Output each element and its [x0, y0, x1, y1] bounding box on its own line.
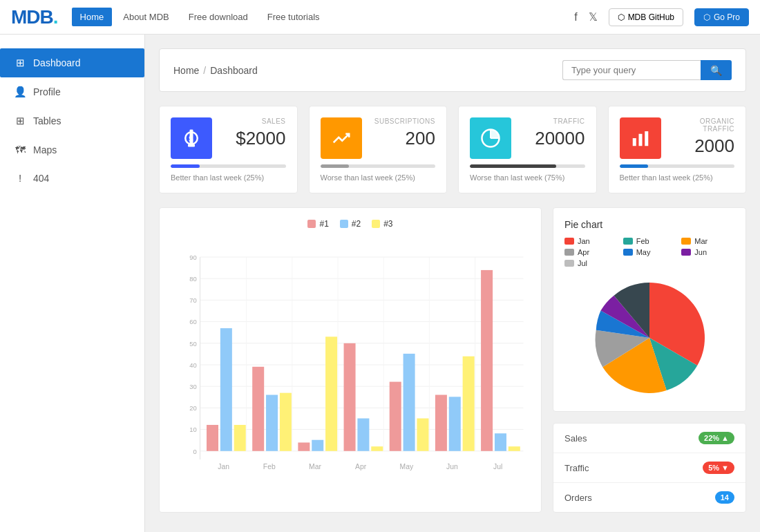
svg-text:Apr: Apr: [355, 463, 367, 471]
svg-rect-52: [417, 419, 428, 451]
nav-tutorials[interactable]: Free tutorials: [259, 8, 328, 26]
pie-dot-jan: [564, 238, 574, 245]
breadcrumb-bar: Home / Dashboard 🔍: [159, 48, 746, 92]
organic-label: ORGANIC TRAFFIC: [669, 117, 735, 133]
svg-text:40: 40: [189, 361, 197, 369]
breadcrumb-home[interactable]: Home: [173, 65, 199, 76]
pie-legend-jan: Jan: [564, 237, 618, 245]
organic-stat-text: ORGANIC TRAFFIC 2000: [669, 117, 735, 157]
organic-bar-container: [620, 164, 735, 168]
nav-about[interactable]: About MDB: [115, 8, 177, 26]
svg-text:Feb: Feb: [263, 463, 276, 471]
gopro-button[interactable]: ⬡ Go Pro: [694, 8, 749, 26]
pie-dot-may: [623, 249, 633, 256]
pie-dot-feb: [623, 238, 633, 245]
pie-chart-svg: [584, 276, 715, 400]
sales-bar: [171, 164, 200, 168]
svg-text:Jun: Jun: [446, 463, 458, 471]
svg-rect-54: [449, 397, 461, 450]
pie-legend: Jan Feb Mar Apr: [564, 237, 734, 267]
twitter-icon[interactable]: 𝕏: [589, 10, 598, 23]
charts-row: #1 #2 #3: [159, 207, 746, 513]
right-column: Pie chart Jan Feb Mar: [553, 207, 746, 513]
pie-legend-may: May: [623, 248, 676, 256]
traffic-value: 20000: [520, 128, 585, 149]
pie-legend-mar: Mar: [681, 237, 734, 245]
table-icon: ⊞: [14, 115, 26, 127]
pie-label-feb: Feb: [636, 237, 649, 245]
svg-rect-49: [371, 446, 383, 451]
stats-label-orders: Orders: [564, 493, 592, 503]
sidebar-item-404[interactable]: ! 404: [0, 164, 144, 192]
sidebar-label-dashboard: Dashboard: [33, 57, 81, 68]
svg-rect-55: [463, 357, 475, 451]
pie-legend-jun: Jun: [681, 248, 734, 256]
svg-rect-43: [280, 393, 292, 451]
svg-text:May: May: [399, 463, 413, 471]
svg-rect-42: [266, 395, 278, 450]
svg-rect-47: [344, 343, 356, 451]
facebook-icon[interactable]: f: [574, 11, 577, 23]
svg-text:$: $: [189, 135, 193, 143]
main-content: Home / Dashboard 🔍 $ SALES $2000: [145, 35, 760, 532]
subscriptions-stat-text: SUBSCRIPTIONS 200: [370, 117, 436, 149]
svg-rect-53: [435, 395, 447, 450]
github-icon: ⬡: [618, 12, 625, 22]
sidebar-item-profile[interactable]: 👤 Profile: [0, 77, 144, 106]
svg-text:70: 70: [189, 296, 197, 304]
dollar-icon: $: [181, 128, 202, 149]
organic-note: Better than last week (25%): [620, 173, 735, 182]
svg-rect-51: [403, 354, 415, 451]
pie-dot-apr: [564, 249, 574, 256]
svg-rect-8: [632, 138, 636, 146]
stats-badge-sales: 22% ▲: [699, 432, 734, 444]
pie-legend-feb: Feb: [623, 237, 676, 245]
person-icon: 👤: [14, 86, 26, 98]
svg-rect-50: [390, 382, 401, 451]
sales-icon-box: $: [171, 117, 212, 159]
brand-logo: MDB.: [11, 6, 58, 28]
subscriptions-bar: [321, 164, 350, 168]
sidebar-item-maps[interactable]: 🗺 Maps: [0, 135, 144, 164]
stats-item-traffic: Traffic 5% ▼: [553, 453, 745, 483]
svg-rect-56: [481, 270, 493, 451]
subscriptions-note: Worse than last week (25%): [321, 173, 436, 182]
map-icon: 🗺: [14, 144, 26, 155]
svg-rect-46: [325, 336, 337, 450]
svg-rect-58: [509, 446, 520, 451]
svg-text:0: 0: [193, 448, 197, 455]
nav-download[interactable]: Free download: [180, 8, 256, 26]
legend-dot-2: [340, 220, 348, 228]
github-button[interactable]: ⬡ MDB GitHub: [609, 8, 683, 26]
sidebar-label-tables: Tables: [33, 115, 61, 126]
pie-dot-jul: [564, 260, 574, 267]
pie-label-may: May: [636, 248, 651, 256]
stat-card-subscriptions: SUBSCRIPTIONS 200 Worse than last week (…: [309, 106, 448, 193]
organic-icon-box: [620, 117, 661, 159]
sales-label: SALES: [220, 117, 286, 125]
organic-value: 2000: [669, 135, 735, 157]
stats-list-card: Sales 22% ▲ Traffic 5% ▼ Orders 14: [553, 423, 746, 513]
legend-label-3: #3: [383, 219, 392, 229]
exclaim-icon: !: [14, 172, 26, 184]
stats-item-orders: Orders 14: [553, 483, 745, 512]
svg-text:20: 20: [189, 404, 197, 412]
stats-label-sales: Sales: [564, 433, 587, 444]
svg-text:Jan: Jan: [218, 463, 229, 471]
nav-home[interactable]: Home: [72, 8, 113, 26]
traffic-stat-text: TRAFFIC 20000: [520, 117, 585, 149]
pie-legend-apr: Apr: [564, 248, 618, 256]
search-input[interactable]: [562, 60, 701, 80]
svg-rect-40: [234, 425, 246, 451]
sidebar-item-tables[interactable]: ⊞ Tables: [0, 106, 144, 135]
svg-rect-38: [207, 425, 218, 451]
search-button[interactable]: 🔍: [701, 60, 732, 80]
sales-note: Better than last week (25%): [171, 173, 286, 182]
nav-links: Home About MDB Free download Free tutori…: [72, 8, 575, 26]
pie-label-mar: Mar: [694, 237, 707, 245]
sidebar-item-dashboard[interactable]: ⊞ Dashboard: [0, 48, 144, 77]
subscriptions-value: 200: [370, 128, 436, 149]
stat-card-organic: ORGANIC TRAFFIC 2000 Better than last we…: [608, 106, 747, 193]
legend-dot-3: [372, 220, 380, 228]
pie-chart-title: Pie chart: [564, 219, 734, 230]
